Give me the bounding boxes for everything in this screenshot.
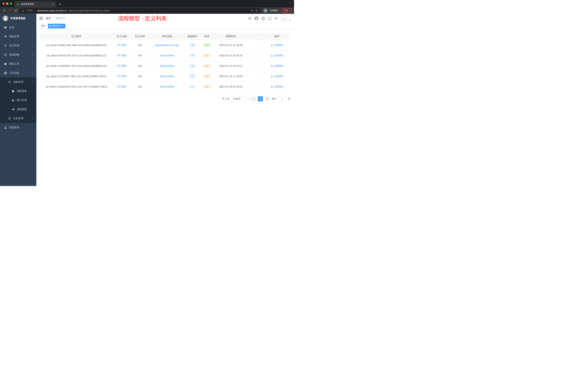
definition-name-link[interactable]: OA 请假 [117,64,126,67]
assign-rule-link[interactable]: 分配规则 [271,85,284,88]
definition-name-link[interactable]: OA 请假 [117,85,126,88]
definition-id: oa_leave:2:3c1f0ef1-76b1-11ec-9c66-a2380… [46,75,106,78]
chevron-up-icon [32,81,33,83]
clipboard-icon [8,117,11,120]
tab-search-caret-icon[interactable] [289,2,292,4]
sidebar-toggle-icon[interactable] [39,17,43,20]
pagination: 共 5 条 10条/页 1 前往 页 [40,96,290,101]
active-tag-dot [50,25,51,27]
fullscreen-icon[interactable] [268,17,272,20]
reload-button[interactable] [13,8,18,13]
url-host: dashboard.yudao.iocoder.cn [37,9,67,12]
new-tab-button[interactable] [57,1,63,7]
deploy-time: 2022-01-16 01:40:51 [219,85,243,88]
app-root: 芋道管理系统 首页 系统管理 支付管理 基础设施 研发工具 [0,14,294,186]
definition-name-link[interactable]: OA 请假 [117,75,126,78]
table-row: oa_leave:1:482ec033-762a-11ec-8477-a2380… [40,82,290,92]
assign-rule-link[interactable]: 分配规则 [271,44,284,47]
table-row: oa_leave:4:991f2193-7b7f-11ec-a3c8-acde4… [40,50,290,61]
version-badge: v1 [189,85,195,89]
browser-update-button[interactable]: 更新 [281,8,292,13]
minimize-window-button[interactable] [6,2,8,5]
definition-name-link[interactable]: OA 请假 [117,54,126,57]
bookmark-star-icon[interactable] [255,9,258,12]
browser-window: 芋道管理系统 不安全 | dashboard.yudao.iocod [0,0,294,14]
sidebar-logo[interactable]: 芋道管理系统 [0,14,36,23]
prev-page-button[interactable] [251,96,256,101]
user-icon [271,44,273,46]
chevron-up-icon [32,72,33,74]
search-icon[interactable] [248,17,252,20]
avatar-caret-icon[interactable] [289,20,291,21]
definition-id: oa_leave:1:482ec033-762a-11ec-8477-a2380… [46,85,107,88]
page-size-select[interactable]: 10条/页 [231,96,249,101]
tag-home[interactable]: 首页 [39,24,47,28]
definition-name-link[interactable]: OA 请假 [117,44,126,47]
password-key-icon[interactable] [251,9,254,12]
status-badge: 挂起 [203,74,211,78]
chevron-left-icon [253,98,254,100]
sidebar-item-leave-query[interactable]: 请假查询 [0,123,36,132]
grid-icon [4,72,7,75]
sidebar-item-label: 请假查询 [9,126,19,129]
chevron-down-icon [32,118,33,119]
logo-title: 芋道管理系统 [10,17,25,20]
back-button[interactable] [2,8,7,13]
browser-tab[interactable]: 芋道管理系统 [15,1,56,7]
sidebar-item-payment[interactable]: 支付管理 [0,41,36,50]
send-icon [12,108,15,111]
deploy-time: 2022-01-22 21:48:38 [219,44,243,47]
browser-tab-strip: 芋道管理系统 [0,0,294,7]
users-icon [12,99,15,102]
sidebar-item-workflow[interactable]: 工作流程 [0,68,36,77]
sidebar-item-system[interactable]: 系统管理 [0,32,36,41]
toolbox-icon [4,62,7,65]
goto-page-input[interactable] [278,96,286,101]
page-number-button[interactable]: 1 [258,96,263,101]
sidebar-item-user-group[interactable]: 用户分组 [0,96,36,105]
assign-rule-link[interactable]: 分配规则 [271,75,284,78]
pagination-total: 共 5 条 [222,97,230,100]
font-size-icon[interactable]: tT [275,17,277,20]
chevron-right-icon [267,98,268,100]
forward-button[interactable] [8,8,12,13]
help-icon[interactable]: ? [262,17,265,20]
assign-rule-link[interactable]: 分配规则 [271,54,284,57]
kebab-menu-icon [289,9,290,12]
tags-view: 首页 流程定义 [36,23,294,29]
close-window-button[interactable] [2,2,5,5]
sidebar-item-label: 流程表单 [17,89,27,93]
sidebar-item-process-management[interactable]: 流程管理 [0,77,36,87]
form-info-link[interactable]: /bpm/oa/flow [160,54,174,57]
tab-close-icon[interactable] [52,3,54,5]
sidebar-item-process-model[interactable]: 流程模型 [0,105,36,114]
sidebar-item-dev-tools[interactable]: 研发工具 [0,59,36,68]
definition-category: OA [138,75,142,78]
form-info-link[interactable]: /bpm/oa/flow [160,85,174,88]
form-info-link[interactable]: /bpm/oa/flow [160,75,174,78]
next-page-button[interactable] [265,96,270,101]
tag-process-definition[interactable]: 流程定义 [48,24,65,28]
address-bar[interactable]: 不安全 | dashboard.yudao.iocoder.cn /bpm/ma… [19,8,261,13]
sidebar-item-task-management[interactable]: 任务管理 [0,114,36,123]
sidebar-item-label: 支付管理 [9,44,19,47]
user-avatar[interactable] [281,15,287,22]
column-header: 表单信息 [149,33,185,40]
breadcrumb: 首页 / 流程定义 [46,17,65,20]
user-icon [271,75,273,77]
form-info-link[interactable]: /bpm/oa/flow [160,65,174,67]
assign-rule-link[interactable]: 分配规则 [271,64,284,67]
maximize-window-button[interactable] [10,2,12,5]
sidebar-item-infrastructure[interactable]: 基础设施 [0,50,36,59]
user-icon [271,55,273,57]
chevron-down-icon [246,98,247,99]
tag-close-icon[interactable] [62,25,64,27]
browser-toolbar: 不安全 | dashboard.yudao.iocoder.cn /bpm/ma… [0,7,294,14]
form-info-link[interactable]: /bpm/oa/leave/create [155,44,179,47]
sidebar-item-home[interactable]: 首页 [0,23,36,32]
sidebar-item-label: 用户分组 [17,99,27,102]
sidebar-item-process-form[interactable]: 流程表单 [0,87,36,96]
github-icon[interactable] [255,17,258,20]
breadcrumb-home[interactable]: 首页 [46,17,51,20]
document-icon [12,90,15,93]
